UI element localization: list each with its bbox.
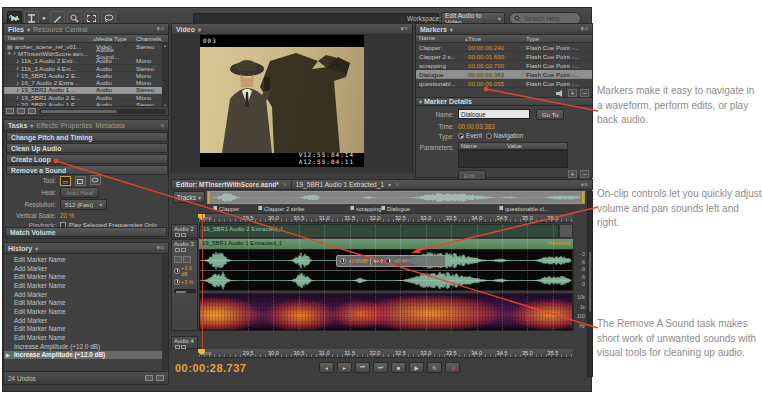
snapshot-icon[interactable] <box>145 375 153 381</box>
marker-flag-icon[interactable] <box>381 206 385 210</box>
clip-marker-label[interactable]: Clapper <box>219 206 239 212</box>
track-mute-icon[interactable] <box>181 345 186 349</box>
tab-properties[interactable]: Properties <box>61 122 93 129</box>
new-file-icon[interactable] <box>17 108 25 114</box>
new-folder-icon[interactable] <box>6 108 14 114</box>
track-mute-icon[interactable] <box>181 248 186 252</box>
panel-menu-icon[interactable]: ≡ <box>160 122 164 129</box>
stop-button[interactable]: ■ <box>391 362 406 373</box>
overview-navigator[interactable] <box>207 191 585 204</box>
task-clean-up-audio[interactable]: Clean Up Audio <box>6 143 168 153</box>
hud-volume-value[interactable]: +0.0 dB <box>348 258 367 264</box>
volume-knob[interactable] <box>174 268 180 274</box>
hud-pan-knob[interactable] <box>385 258 391 264</box>
panel-menu-icon[interactable]: ▾≡ <box>400 25 408 33</box>
pan-knob[interactable] <box>174 279 180 285</box>
waveform-display[interactable]: +0.0 dB +0 % <box>199 249 573 291</box>
audio3-clip-header[interactable]: 19_5BR1 Audio 1 Extracted_1Reverse <box>199 239 573 249</box>
timeline-marker-row[interactable]: ClapperClapper 2 strikescrappingDialogue… <box>199 205 573 214</box>
rectangle-select-icon[interactable]: ▭ <box>60 176 71 186</box>
audio2-clip[interactable]: 19_5BR1 Audio 2 Extracted_1 <box>199 224 559 238</box>
marker-flag-icon[interactable] <box>213 206 217 210</box>
track-volume-value[interactable]: +3.0 dB <box>181 265 195 277</box>
hud-volume-knob[interactable] <box>340 258 346 264</box>
record-button[interactable]: ● <box>445 362 460 373</box>
tab-metadata[interactable]: Metadata <box>96 122 125 129</box>
auto-heal-button[interactable]: Auto Heal <box>60 187 99 198</box>
spectral-view-icon[interactable] <box>183 256 191 263</box>
delete-history-icon[interactable] <box>156 375 164 381</box>
files-scrollbar[interactable]: ▲ ▼ <box>162 43 168 108</box>
go-to-end-button[interactable]: ⏭ <box>373 362 388 373</box>
track-settings-icon[interactable] <box>175 345 180 349</box>
history-item[interactable]: Add Marker <box>4 316 164 325</box>
task-change-pitch[interactable]: Change Pitch and Timing <box>6 132 168 142</box>
marker-row[interactable]: Clapper00:00:00.240Flash Cue Point -... <box>416 43 592 52</box>
marker-flag-icon[interactable] <box>499 206 503 210</box>
marker-name-input[interactable] <box>458 109 530 119</box>
marker-row[interactable]: Dialogue00:00:03.383Flash Cue Point -... <box>416 70 592 79</box>
remove-parameter-icon[interactable]: − <box>580 170 589 178</box>
track-header-audio4[interactable]: Audio 4 <box>171 336 198 349</box>
marker-row[interactable]: scrapping00:00:02.790Flash Cue Point -..… <box>416 61 592 70</box>
spectral-frequency-display[interactable] <box>199 293 573 331</box>
on-clip-controls-hud[interactable]: +0.0 dB +0 % <box>336 255 446 267</box>
lasso-select-icon[interactable] <box>90 175 101 185</box>
tab-close-icon[interactable]: × <box>395 181 399 188</box>
panel-menu-icon[interactable]: ▾≡ <box>580 25 588 33</box>
vertical-scale-value[interactable]: 20 % <box>60 212 74 219</box>
clip-marker-label[interactable]: Dialogue <box>387 206 410 212</box>
marker-flag-icon[interactable] <box>258 206 262 210</box>
go-to-button[interactable]: Go To <box>536 109 564 120</box>
horizontal-scrollbar[interactable] <box>39 109 166 114</box>
marquee-select-icon[interactable] <box>75 176 86 186</box>
resolution-dropdown[interactable]: 512 (Fast)▾ <box>60 199 107 210</box>
parameters-header[interactable]: Name Value <box>458 142 568 150</box>
timeline-ruler-top[interactable]: hms29.530.030.531.031.532.032.533.033.53… <box>199 214 573 223</box>
tab-files[interactable]: Files <box>8 26 24 33</box>
task-match-volume[interactable]: Match Volume <box>5 227 167 237</box>
history-item[interactable]: Increase Amplitude (+12.0 dB) <box>4 351 164 360</box>
clip-marker-label[interactable]: scrapping <box>356 206 381 212</box>
track-header-audio2[interactable]: Audio 2 <box>171 224 198 238</box>
marker-row[interactable]: Clapper 2 s...00:00:01.690Flash Cue Poin… <box>416 52 592 61</box>
clip-marker-label[interactable]: questionable cl... <box>505 206 549 212</box>
chevron-down-icon[interactable]: ▾ <box>388 181 391 188</box>
play-button[interactable]: ▶ <box>409 362 424 373</box>
remove-marker-icon[interactable]: − <box>580 89 589 97</box>
history-item[interactable]: Add Marker <box>4 290 164 299</box>
search-input[interactable] <box>524 15 576 22</box>
add-parameter-icon[interactable]: + <box>568 170 577 178</box>
history-item[interactable]: Edit Marker Name <box>4 325 164 334</box>
marker-row[interactable]: questionabl...00:00:06.095Flash Cue Poin… <box>416 79 592 88</box>
panel-menu-icon[interactable]: ▾≡ <box>156 244 164 252</box>
task-create-loop[interactable]: Create Loop <box>6 154 168 164</box>
track-slider[interactable] <box>174 289 196 293</box>
add-marker-icon[interactable]: + <box>568 89 577 97</box>
waveform-view-icon[interactable] <box>174 256 182 263</box>
history-item[interactable]: Edit Marker Name <box>4 298 164 307</box>
history-item[interactable]: Edit Marker Name <box>4 333 164 342</box>
track-mute-icon[interactable] <box>181 233 186 237</box>
scroll-up-icon[interactable]: ▲ <box>163 43 167 48</box>
hud-pan-value[interactable]: +0 % <box>393 258 406 264</box>
panel-menu-icon[interactable]: ▾≡ <box>581 181 588 189</box>
history-item[interactable]: Add Marker <box>4 264 164 273</box>
track-settings-icon[interactable] <box>175 233 180 237</box>
history-item[interactable]: Edit Marker Name <box>4 272 164 281</box>
tracks-dropdown[interactable]: Tracks▾ <box>173 191 205 203</box>
panel-menu-icon[interactable]: ▾≡ <box>156 25 164 33</box>
markers-column-header[interactable]: Name▴ Time Type <box>416 35 592 43</box>
navigation-radio[interactable] <box>486 133 492 139</box>
history-item[interactable]: Edit Marker Name <box>4 307 164 316</box>
clip-marker-label[interactable]: Clapper 2 strike <box>264 206 305 212</box>
track-pan-value[interactable]: +3 % <box>181 279 193 285</box>
editor-tab-file[interactable]: 19_5BR1 Audio 1 Extracted_1 <box>296 181 384 188</box>
tab-resource-central[interactable]: Resource Central <box>33 26 87 33</box>
track-settings-icon[interactable] <box>175 248 180 252</box>
task-remove-a-sound[interactable]: Remove a Sound <box>6 165 168 175</box>
tab-tasks[interactable]: Tasks <box>8 122 27 129</box>
track-header-audio3[interactable]: Audio 3 +3.0 dB +3 % <box>171 239 198 331</box>
trash-icon[interactable] <box>28 108 36 114</box>
forward-button[interactable]: ▸ <box>337 362 352 373</box>
